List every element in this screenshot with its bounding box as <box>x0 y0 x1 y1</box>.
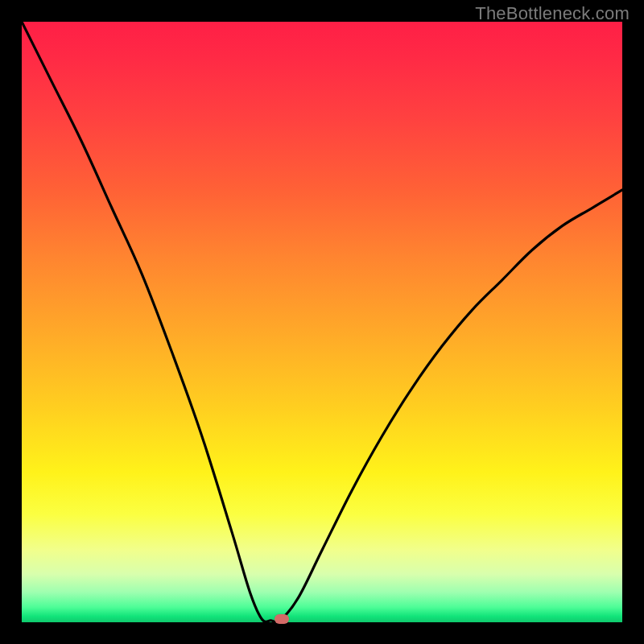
bottleneck-curve <box>22 22 622 622</box>
chart-plot-area <box>22 22 622 622</box>
outer-frame: TheBottleneck.com <box>0 0 644 644</box>
optimal-point-marker <box>275 614 289 624</box>
